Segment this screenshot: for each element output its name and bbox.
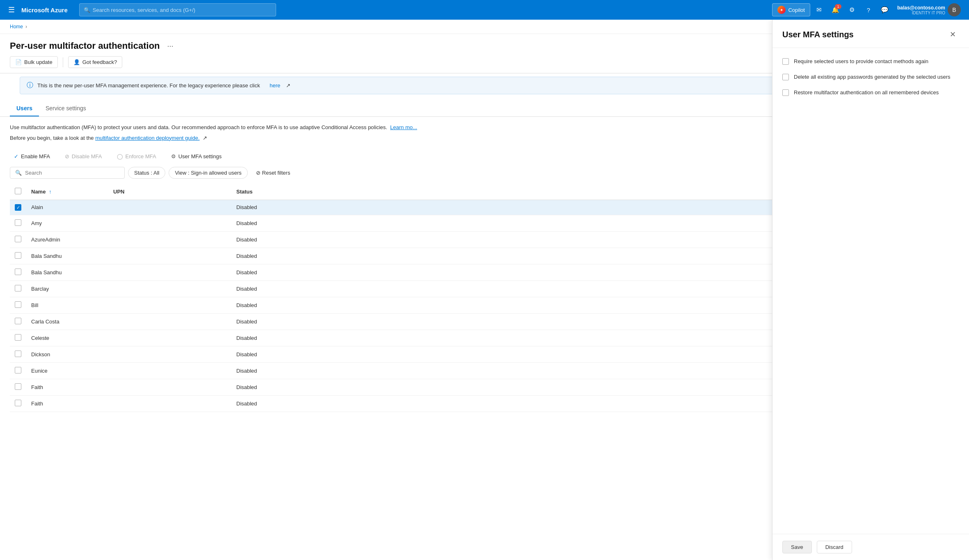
row-checkbox-cell[interactable] (10, 264, 26, 281)
panel-option: Restore multifactor authentication on al… (782, 89, 959, 96)
view-filter-button[interactable]: View : Sign-in allowed users (169, 167, 247, 179)
row-checkbox-cell[interactable] (10, 297, 26, 314)
row-checkbox-cell[interactable] (10, 379, 26, 396)
row-checkbox-cell[interactable]: ✓ (10, 200, 26, 215)
row-checkbox-cell[interactable] (10, 281, 26, 297)
row-checkbox-cell[interactable] (10, 330, 26, 346)
row-upn (108, 363, 231, 379)
row-checkbox-cell[interactable] (10, 346, 26, 363)
row-checkbox[interactable] (15, 301, 21, 308)
row-checkbox-cell[interactable] (10, 215, 26, 232)
tab-service-settings[interactable]: Service settings (39, 101, 93, 116)
copilot-button[interactable]: ✦ Copilot (772, 3, 810, 16)
panel-title: User MFA settings (782, 30, 854, 39)
global-search[interactable]: 🔍 (79, 3, 276, 16)
user-mfa-settings-button[interactable]: ⚙ User MFA settings (167, 151, 226, 162)
feedback-icon: 👤 (73, 59, 80, 65)
user-profile[interactable]: balas@contoso.com IDENTITY IT PRO B (894, 2, 964, 18)
row-upn (108, 314, 231, 330)
row-checkbox[interactable] (15, 400, 21, 406)
row-upn (108, 248, 231, 264)
select-all-header[interactable] (10, 184, 26, 200)
toolbar-separator (63, 57, 63, 67)
row-checkbox[interactable] (15, 318, 21, 324)
panel-option-label: Require selected users to provide contac… (794, 58, 928, 65)
search-input[interactable] (93, 7, 272, 13)
help-icon[interactable]: ? (861, 2, 876, 17)
row-name: Carla Costa (26, 314, 108, 330)
select-all-checkbox[interactable] (15, 188, 21, 194)
bulk-update-icon: 📄 (15, 59, 22, 65)
checkmark-icon: ✓ (14, 153, 18, 159)
nav-right-icons: ✦ Copilot ✉ 🔔 1 ⚙ ? 💬 balas@contoso.com … (772, 2, 964, 18)
row-checkbox[interactable] (15, 269, 21, 275)
row-checkbox[interactable] (15, 383, 21, 390)
disable-icon: ⊘ (65, 153, 69, 159)
right-panel: User MFA settings ✕ Require selected use… (772, 20, 969, 560)
search-icon: 🔍 (15, 170, 22, 176)
upn-column-header[interactable]: UPN (108, 184, 231, 200)
row-name: AzureAdmin (26, 232, 108, 248)
panel-close-button[interactable]: ✕ (946, 28, 959, 41)
bulk-update-button[interactable]: 📄 Bulk update (10, 56, 58, 68)
enforce-mfa-button[interactable]: ◯ Enforce MFA (113, 151, 160, 162)
row-checkbox[interactable] (15, 285, 21, 291)
email-icon[interactable]: ✉ (812, 2, 827, 17)
row-upn (108, 232, 231, 248)
feedback-button[interactable]: 👤 Got feedback? (68, 56, 123, 68)
row-checkbox[interactable]: ✓ (15, 204, 21, 211)
row-upn (108, 396, 231, 412)
search-input[interactable] (25, 170, 119, 176)
row-checkbox[interactable] (15, 334, 21, 341)
panel-option-checkbox[interactable] (782, 58, 789, 65)
deployment-guide-link[interactable]: multifactor authentication deployment gu… (95, 135, 199, 141)
top-navigation: ☰ Microsoft Azure 🔍 ✦ Copilot ✉ 🔔 1 ⚙ ? … (0, 0, 969, 20)
row-name: Faith (26, 379, 108, 396)
row-checkbox[interactable] (15, 236, 21, 242)
panel-option-label: Restore multifactor authentication on al… (794, 89, 939, 96)
row-name: Alain (26, 200, 108, 215)
discard-button[interactable]: Discard (817, 541, 852, 553)
panel-option-checkbox[interactable] (782, 89, 789, 96)
row-checkbox[interactable] (15, 351, 21, 357)
settings-icon: ⚙ (171, 153, 176, 159)
panel-footer: Save Discard (772, 534, 969, 560)
save-button[interactable]: Save (782, 541, 812, 553)
row-checkbox[interactable] (15, 219, 21, 226)
row-checkbox-cell[interactable] (10, 363, 26, 379)
reset-filters-button[interactable]: ⊘ Reset filters (251, 167, 295, 178)
row-checkbox[interactable] (15, 367, 21, 373)
row-name: Dickson (26, 346, 108, 363)
row-name: Bill (26, 297, 108, 314)
row-name: Eunice (26, 363, 108, 379)
panel-body: Require selected users to provide contac… (772, 48, 969, 534)
row-name: Bala Sandhu (26, 264, 108, 281)
row-checkbox-cell[interactable] (10, 232, 26, 248)
name-column-header[interactable]: Name ↑ (26, 184, 108, 200)
panel-header: User MFA settings ✕ (772, 20, 969, 48)
row-checkbox[interactable] (15, 252, 21, 259)
status-filter-button[interactable]: Status : All (128, 167, 165, 179)
row-checkbox-cell[interactable] (10, 248, 26, 264)
panel-option: Require selected users to provide contac… (782, 58, 959, 65)
enable-mfa-button[interactable]: ✓ Enable MFA (10, 151, 54, 162)
search-box[interactable]: 🔍 (10, 167, 125, 179)
hamburger-menu[interactable]: ☰ (5, 4, 18, 16)
row-name: Barclay (26, 281, 108, 297)
enforce-icon: ◯ (117, 153, 123, 159)
more-options-button[interactable]: ··· (165, 41, 176, 51)
filter-icon: ⊘ (256, 170, 261, 176)
feedback-icon[interactable]: 💬 (878, 2, 892, 17)
panel-option-checkbox[interactable] (782, 74, 789, 80)
learn-more-link[interactable]: Learn mo... (390, 124, 417, 130)
row-checkbox-cell[interactable] (10, 396, 26, 412)
row-upn (108, 379, 231, 396)
disable-mfa-button[interactable]: ⊘ Disable MFA (61, 151, 106, 162)
tab-users[interactable]: Users (10, 101, 39, 116)
notification-bell-icon[interactable]: 🔔 1 (828, 2, 843, 17)
settings-gear-icon[interactable]: ⚙ (845, 2, 859, 17)
legacy-link[interactable]: here (270, 82, 280, 89)
row-name: Amy (26, 215, 108, 232)
breadcrumb-home[interactable]: Home (10, 24, 23, 30)
row-checkbox-cell[interactable] (10, 314, 26, 330)
